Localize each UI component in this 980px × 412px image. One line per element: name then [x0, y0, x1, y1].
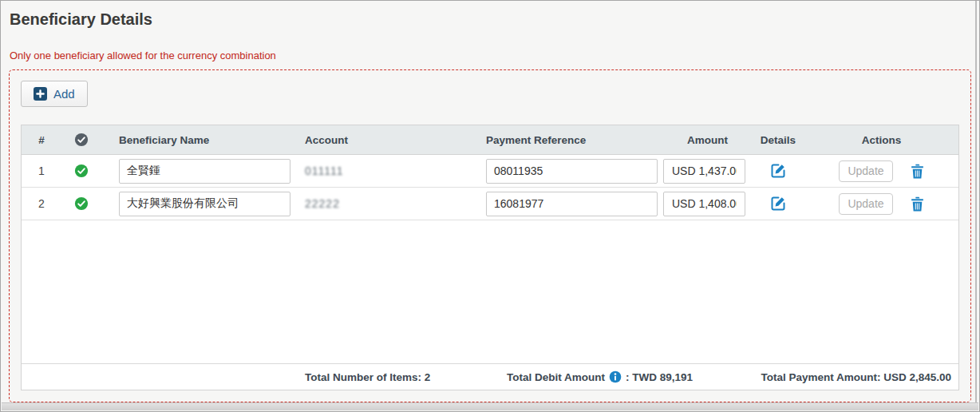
header-amount: Amount	[660, 134, 752, 146]
header-beneficiary-name: Beneficiary Name	[101, 134, 297, 146]
actions-cell: Update	[804, 193, 958, 215]
beneficiary-details-screen: Beneficiary Details Only one beneficiary…	[0, 0, 980, 412]
beneficiary-name-input[interactable]	[119, 192, 290, 216]
total-items: Total Number of Items: 2	[297, 371, 480, 383]
page-content: Beneficiary Details Only one beneficiary…	[1, 1, 979, 402]
details-cell	[752, 196, 804, 212]
window-bottom-edge	[2, 402, 978, 410]
account-number-masked: 22222	[305, 197, 340, 210]
page-title: Beneficiary Details	[10, 10, 971, 29]
payment-reference-cell	[476, 192, 660, 216]
trash-icon[interactable]	[911, 196, 924, 212]
account-cell: 22222	[297, 197, 476, 210]
beneficiary-row-2: 2 22222	[22, 188, 958, 220]
beneficiary-name-cell	[101, 192, 297, 216]
total-payment: Total Payment Amount: USD 2,845.00	[719, 371, 958, 383]
amount-input[interactable]	[663, 192, 745, 216]
amount-cell	[660, 192, 752, 216]
beneficiary-name-cell	[101, 159, 297, 184]
header-actions: Actions	[804, 134, 958, 146]
header-payment-reference: Payment Reference	[476, 134, 660, 146]
table-footer-row: Total Number of Items: 2 Total Debit Amo…	[22, 363, 958, 390]
details-edit-icon[interactable]	[770, 163, 786, 179]
info-circle-icon[interactable]	[609, 370, 622, 383]
trash-icon[interactable]	[911, 164, 924, 179]
beneficiary-table: # Beneficiary Name Account Payment Refer…	[21, 125, 959, 390]
update-button[interactable]: Update	[839, 160, 893, 182]
account-cell: 011111	[297, 164, 476, 177]
add-button-label: Add	[53, 87, 75, 101]
header-details: Details	[752, 134, 804, 146]
beneficiary-panel: Add # Beneficiary Name Account Payment R…	[9, 69, 971, 402]
row-number: 1	[22, 164, 61, 177]
details-cell	[752, 163, 804, 179]
amount-cell	[660, 159, 752, 184]
payment-reference-input[interactable]	[486, 159, 658, 184]
beneficiary-name-input[interactable]	[119, 159, 290, 184]
table-empty-area	[22, 220, 958, 363]
valid-check-circle-icon	[61, 196, 101, 211]
total-debit-label: Total Debit Amount	[507, 371, 605, 383]
total-debit-value: : TWD 89,191	[626, 371, 693, 383]
amount-input[interactable]	[663, 159, 745, 184]
account-number-masked: 011111	[305, 164, 344, 177]
details-edit-icon[interactable]	[770, 196, 786, 212]
add-button[interactable]: Add	[21, 81, 88, 107]
actions-cell: Update	[804, 160, 958, 182]
update-button[interactable]: Update	[839, 193, 893, 215]
window-right-edge	[975, 1, 977, 402]
valid-check-circle-icon	[61, 164, 101, 178]
table-header-row: # Beneficiary Name Account Payment Refer…	[22, 125, 958, 155]
plus-square-icon	[34, 87, 47, 101]
header-number: #	[22, 134, 61, 146]
beneficiary-row-1: 1 011111	[22, 155, 958, 188]
header-account: Account	[297, 134, 476, 146]
payment-reference-cell	[476, 159, 660, 184]
payment-reference-input[interactable]	[486, 192, 658, 216]
warning-message: Only one beneficiary allowed for the cur…	[10, 50, 971, 61]
row-number: 2	[22, 197, 61, 210]
header-valid-check-circle-icon	[61, 133, 101, 147]
total-debit: Total Debit Amount : TWD 89,191	[480, 370, 719, 383]
